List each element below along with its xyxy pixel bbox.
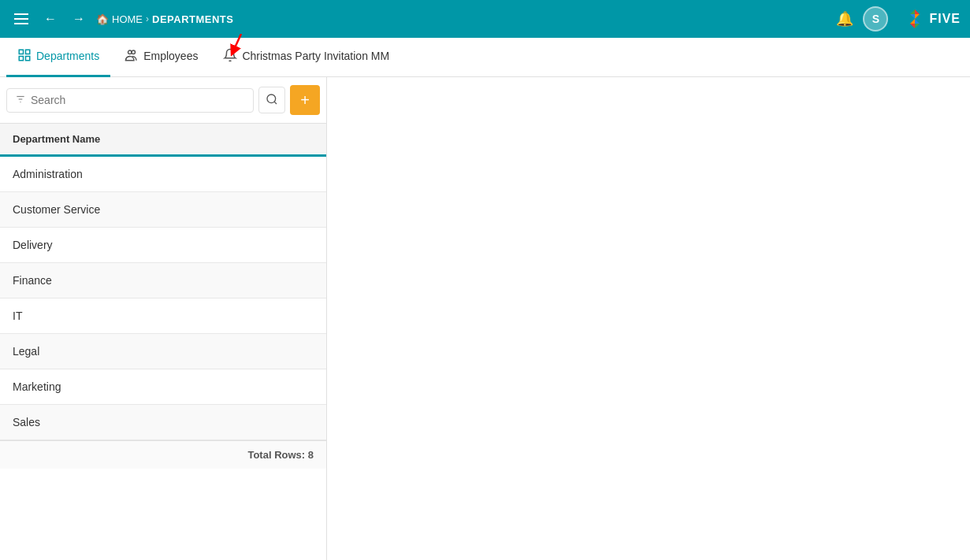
home-label[interactable]: HOME (112, 13, 143, 25)
table-header: Department Name (0, 124, 326, 157)
table-row[interactable]: Legal (0, 334, 326, 369)
svg-point-13 (132, 50, 136, 54)
tab-employees-label: Employees (143, 50, 198, 62)
notifications-button[interactable]: 🔔 (836, 10, 853, 28)
table-row[interactable]: Finance (0, 263, 326, 299)
user-avatar[interactable]: S (863, 6, 888, 32)
tab-departments-label: Departments (36, 50, 99, 62)
forward-arrow-icon: → (72, 12, 85, 26)
search-input[interactable] (31, 94, 245, 106)
content-area: + Department Name AdministrationCustomer… (0, 77, 970, 560)
svg-marker-5 (910, 19, 915, 24)
svg-marker-2 (915, 14, 920, 19)
left-panel: + Department Name AdministrationCustomer… (0, 77, 327, 560)
topbar: ← → 🏠 HOME › DEPARTMENTS 🔔 S (0, 0, 970, 38)
search-button[interactable] (258, 87, 285, 113)
table-row[interactable]: Customer Service (0, 192, 326, 228)
tabs-bar: Departments Employees (0, 38, 970, 77)
christmas-bell-icon (223, 48, 237, 65)
breadcrumb: 🏠 HOME › DEPARTMENTS (96, 13, 233, 25)
home-icon: 🏠 (96, 13, 109, 25)
tab-employees[interactable]: Employees (113, 38, 209, 77)
table-footer: Total Rows: 8 (0, 440, 326, 469)
svg-rect-11 (26, 56, 30, 60)
svg-marker-3 (910, 14, 915, 19)
topbar-left: ← → 🏠 HOME › DEPARTMENTS (9, 9, 836, 29)
svg-marker-0 (915, 9, 920, 14)
search-input-wrapper (6, 88, 254, 113)
tab-christmas-party-label: Christmas Party Invitation MM (242, 50, 389, 62)
back-arrow-icon: ← (44, 12, 57, 26)
svg-marker-1 (910, 9, 915, 14)
table-container: Department Name AdministrationCustomer S… (0, 124, 326, 560)
hamburger-icon (14, 13, 28, 24)
forward-button[interactable]: → (68, 9, 90, 29)
search-icon (266, 93, 278, 108)
svg-marker-4 (915, 19, 920, 24)
five-logo: FIVE (904, 8, 961, 30)
table-body: AdministrationCustomer ServiceDeliveryFi… (0, 157, 326, 440)
table-row[interactable]: Marketing (0, 369, 326, 405)
topbar-right: 🔔 S FIVE (836, 6, 961, 32)
filter-icon (15, 94, 26, 107)
departments-icon (17, 48, 32, 65)
svg-rect-8 (19, 50, 23, 54)
back-button[interactable]: ← (39, 9, 61, 29)
svg-rect-10 (19, 56, 23, 60)
svg-marker-7 (910, 24, 915, 28)
table-row[interactable]: IT (0, 299, 326, 334)
bell-icon: 🔔 (836, 11, 853, 27)
right-panel (327, 77, 970, 560)
tab-christmas-party[interactable]: Christmas Party Invitation MM (212, 38, 400, 77)
table-row[interactable]: Delivery (0, 228, 326, 263)
tab-departments[interactable]: Departments (6, 38, 110, 77)
current-page-label: DEPARTMENTS (152, 13, 233, 25)
breadcrumb-separator: › (146, 13, 149, 24)
table-row[interactable]: Administration (0, 157, 326, 192)
plus-icon: + (300, 91, 310, 109)
table-row[interactable]: Sales (0, 405, 326, 440)
five-logo-text: FIVE (929, 12, 961, 26)
employees-icon (125, 48, 139, 65)
home-link[interactable]: 🏠 HOME (96, 13, 143, 25)
svg-point-18 (267, 95, 276, 103)
hamburger-menu-button[interactable] (9, 10, 33, 28)
search-bar: + (0, 77, 326, 124)
svg-rect-9 (26, 50, 30, 54)
svg-marker-6 (915, 24, 920, 28)
add-button[interactable]: + (290, 85, 320, 115)
svg-line-19 (274, 102, 277, 104)
five-logo-icon (904, 8, 926, 30)
